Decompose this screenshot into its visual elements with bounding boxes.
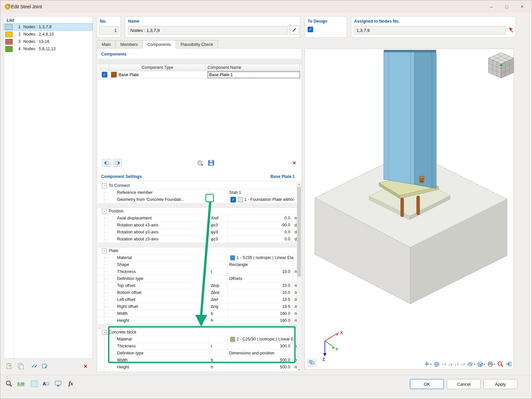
settings-row[interactable]: Thicknesst10.0mm — [98, 268, 297, 275]
tab-components[interactable]: Components — [142, 40, 176, 49]
settings-row[interactable]: Widthb500.0mm — [98, 357, 297, 364]
display-settings-button[interactable] — [53, 378, 64, 389]
setting-value[interactable]: Stab 1 — [229, 190, 241, 195]
settings-row[interactable]: Definition typeDimensions and position — [98, 350, 297, 357]
display-colors-button[interactable] — [29, 378, 40, 389]
settings-row[interactable]: Definition typeOffsets — [98, 275, 297, 282]
maximize-button[interactable]: □ — [499, 0, 514, 13]
joint-number-field[interactable] — [99, 26, 119, 35]
setting-value[interactable]: 160.0 — [228, 318, 292, 323]
setting-value[interactable]: Offsets — [229, 276, 242, 281]
settings-row[interactable]: Heighth160.0mm — [98, 317, 297, 324]
settings-row[interactable]: Heighth500.0mm — [98, 364, 297, 371]
setting-value[interactable]: 0.0 — [228, 237, 292, 241]
setting-value[interactable]: 0.0 — [228, 230, 292, 234]
tab-plausibility-check[interactable]: Plausibility Check — [176, 40, 218, 49]
collapse-icon[interactable]: − — [102, 330, 107, 335]
settings-row[interactable]: Rotation about x3-axisφx3-90.0deg — [98, 222, 297, 229]
list-item[interactable]: 1Nodes : 1,3,7,9 — [4, 23, 92, 31]
settings-row[interactable]: Material2 - C25/30 | Isotropic | Linear … — [98, 336, 297, 343]
component-active-checkbox[interactable] — [102, 72, 107, 77]
settings-group-header[interactable]: −Concrete block — [98, 329, 297, 336]
check-assign-button[interactable]: ✓ — [41, 361, 50, 371]
cancel-button[interactable]: Cancel — [447, 379, 481, 389]
insert-component-button[interactable] — [102, 159, 111, 167]
render-mode-button[interactable] — [308, 358, 316, 366]
setting-value[interactable]: 500.0 — [228, 358, 292, 362]
tab-main[interactable]: Main — [97, 40, 115, 49]
setting-value[interactable]: 500.0 — [228, 365, 292, 369]
settings-row[interactable]: Axial displacementXref0.0mm — [98, 215, 297, 222]
delete-joint-button[interactable]: × — [81, 361, 90, 371]
save-as-default-button[interactable] — [207, 159, 215, 167]
print-button[interactable]: ▾ — [487, 361, 495, 367]
settings-group-header[interactable]: −Plate — [98, 247, 297, 254]
collapse-icon[interactable]: − — [102, 209, 107, 214]
settings-row[interactable]: Material1 - S235 | Isotropic | Linear El… — [98, 254, 297, 261]
remove-component-button[interactable] — [113, 159, 122, 167]
setting-value[interactable]: Rectangle — [229, 262, 248, 267]
setting-value[interactable]: -90.0 — [228, 223, 292, 227]
settings-group-header[interactable]: −To Connect — [98, 182, 297, 189]
visibility-globe-button[interactable] — [434, 361, 440, 367]
select-nodes-button[interactable] — [506, 25, 515, 35]
setting-value[interactable]: 0.0 — [228, 216, 292, 220]
settings-row[interactable]: Widthb160.0mm — [98, 310, 297, 317]
check-all-button[interactable]: ✓ ✓ — [30, 361, 39, 371]
copy-joint-button[interactable] — [16, 361, 26, 371]
tab-members[interactable]: Members — [115, 40, 142, 49]
list-item[interactable]: 3Nodes : 13-16 — [4, 38, 92, 45]
import-from-library-button[interactable] — [196, 159, 205, 167]
setting-value[interactable]: 13.5 — [228, 304, 292, 309]
settings-row[interactable]: Rotation about y3-axisφy30.0deg — [98, 229, 297, 236]
setting-value[interactable]: 10.0 — [228, 269, 292, 274]
settings-row[interactable]: Transverse eccentricityetra0.0mm — [98, 371, 297, 372]
scroll-up-icon[interactable]: ▲ — [297, 182, 301, 187]
setting-value[interactable]: 13.5 — [228, 297, 292, 302]
delete-component-button[interactable]: × — [290, 158, 299, 167]
units-settings-button[interactable]: A — [40, 378, 51, 389]
view-in-x-button[interactable]: ↕x — [442, 362, 446, 367]
joint-name-input[interactable] — [128, 26, 288, 35]
apply-button[interactable]: Apply — [483, 379, 517, 389]
setting-value[interactable]: 300.0 — [228, 344, 292, 348]
navigation-cube[interactable] — [488, 53, 514, 78]
work-plane-button[interactable]: ▾ — [467, 362, 475, 366]
component-row[interactable]: Base Plate Base Plate 1 — [100, 71, 300, 78]
rename-button[interactable] — [289, 25, 299, 35]
settings-row[interactable]: Geometry from 'Concrete Foundati...1 - F… — [98, 196, 297, 203]
setting-value[interactable]: 10.0 — [228, 283, 292, 288]
orientation-tool-button[interactable]: ▾ — [424, 361, 432, 367]
assigned-nodes-input[interactable] — [354, 26, 505, 35]
isometric-view-button[interactable]: ▾ — [477, 361, 485, 367]
viewport-3d[interactable]: X Y Z — [305, 49, 514, 369]
setting-value[interactable]: 1 - Foundation Plate without Reinf... — [244, 197, 294, 202]
settings-row[interactable]: ShapeRectangle — [98, 261, 297, 268]
formula-button[interactable]: fx — [66, 378, 76, 389]
settings-row[interactable]: Right offsetΔrig13.5mm — [98, 303, 297, 310]
collapse-icon[interactable]: − — [102, 248, 107, 253]
geometry-from-foundation-checkbox[interactable] — [230, 197, 236, 202]
to-design-checkbox[interactable] — [308, 27, 313, 32]
settings-scrollbar[interactable]: ▲ ▼ — [297, 182, 301, 372]
scroll-down-icon[interactable]: ▼ — [297, 367, 301, 372]
setting-value[interactable]: 10.0 — [228, 290, 292, 295]
setting-value[interactable]: 1 - S235 | Isotropic | Linear Elastic — [236, 255, 294, 260]
component-name-cell[interactable]: Base Plate 1 — [207, 71, 300, 78]
ok-button[interactable]: OK — [410, 379, 444, 389]
list-item[interactable]: 2Nodes : 2,4,8,10 — [4, 31, 92, 38]
view-in-minus-z-button[interactable]: ↕z — [461, 362, 465, 367]
setting-value[interactable]: 2 - C25/30 | Isotropic | Linear Elastic — [236, 337, 294, 341]
list-item[interactable]: 4Nodes : 5,6,11,12 — [4, 45, 92, 53]
settings-row[interactable]: Left offsetΔlef13.5mm — [98, 296, 297, 303]
settings-row[interactable]: Rotation about z3-axisφz30.0deg — [98, 236, 297, 243]
view-in-z-button[interactable]: ↕z — [455, 362, 459, 367]
settings-row[interactable]: Thicknesst300.0mm — [98, 343, 297, 350]
scrollbar-thumb[interactable] — [297, 187, 301, 277]
close-button[interactable]: × — [514, 0, 530, 13]
settings-group-header[interactable]: −Position — [98, 208, 297, 215]
decimal-places-button[interactable]: 0,00 — [16, 378, 26, 389]
minimize-button[interactable]: – — [484, 0, 499, 13]
setting-value[interactable]: 160.0 — [228, 311, 292, 316]
view-in-y-button[interactable]: ↕y — [448, 362, 452, 367]
